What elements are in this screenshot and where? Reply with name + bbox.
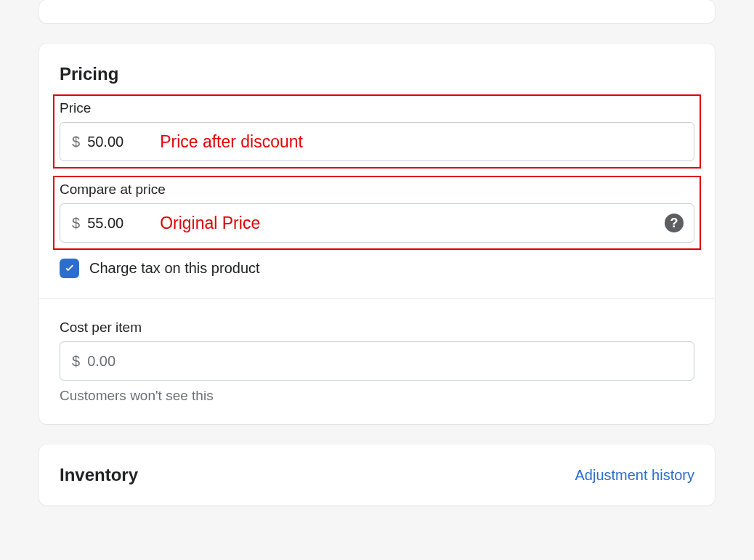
- pricing-card: Pricing Price $ Price after discount Com…: [39, 44, 715, 424]
- cost-input[interactable]: [80, 353, 153, 370]
- inventory-card: Inventory Adjustment history: [39, 445, 715, 506]
- help-icon[interactable]: ?: [665, 214, 684, 232]
- currency-prefix: $: [60, 353, 80, 370]
- price-label: Price: [60, 100, 694, 116]
- check-icon: [63, 262, 76, 275]
- currency-prefix: $: [60, 215, 80, 232]
- compare-input[interactable]: [80, 215, 153, 232]
- price-input[interactable]: [80, 134, 153, 150]
- currency-prefix: $: [60, 134, 80, 150]
- price-field-group: Price $ Price after discount: [60, 100, 694, 161]
- adjustment-history-link[interactable]: Adjustment history: [575, 467, 694, 484]
- cost-section: Cost per item $ Customers won't see this: [60, 299, 694, 424]
- tax-checkbox[interactable]: [60, 259, 79, 278]
- price-input-wrapper[interactable]: $ Price after discount: [60, 122, 694, 161]
- cost-input-wrapper[interactable]: $: [60, 341, 694, 381]
- compare-label: Compare at price: [60, 182, 694, 198]
- pricing-heading: Pricing: [60, 64, 694, 84]
- price-annotation: Price after discount: [160, 132, 303, 152]
- compare-input-wrapper[interactable]: $ Original Price ?: [60, 203, 694, 243]
- inventory-header: Inventory Adjustment history: [60, 465, 694, 485]
- tax-checkbox-label: Charge tax on this product: [89, 260, 260, 277]
- cost-help-text: Customers won't see this: [60, 388, 694, 404]
- tax-checkbox-row: Charge tax on this product: [60, 259, 694, 278]
- compare-field-group: Compare at price $ Original Price ?: [60, 182, 694, 243]
- compare-annotation: Original Price: [160, 214, 260, 233]
- previous-card-stub: [39, 0, 715, 23]
- cost-label: Cost per item: [60, 320, 694, 336]
- inventory-heading: Inventory: [60, 465, 138, 485]
